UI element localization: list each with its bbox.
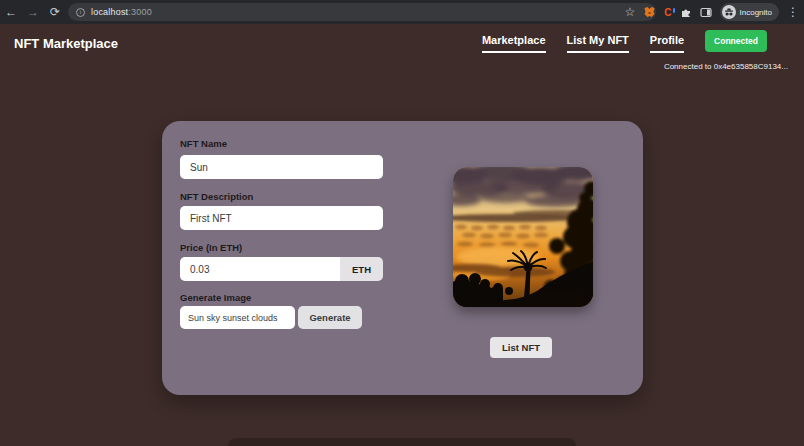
nav-marketplace[interactable]: Marketplace — [482, 34, 546, 53]
forward-icon[interactable]: → — [22, 5, 44, 19]
generate-image-label: Generate Image — [180, 292, 251, 303]
nft-marketplace-page: NFT Marketplace Marketplace List My NFT … — [0, 24, 804, 446]
list-nft-card: NFT Name NFT Description Price (In ETH) … — [162, 121, 643, 395]
list-nft-button[interactable]: List NFT — [490, 337, 552, 358]
browser-toolbar: ← → ⟳ i localhost:3000 ☆ C — [0, 0, 804, 24]
nav-list-my-nft[interactable]: List My NFT — [567, 34, 629, 53]
back-icon[interactable]: ← — [0, 5, 22, 19]
browser-menu-icon[interactable]: ⋮ — [787, 5, 799, 19]
url-port: :3000 — [128, 7, 152, 17]
page-title: NFT Marketplace — [14, 36, 118, 51]
generate-button[interactable]: Generate — [298, 306, 362, 329]
nft-description-input[interactable] — [180, 206, 383, 230]
metamask-fox-icon[interactable] — [643, 6, 656, 18]
generate-prompt-input[interactable] — [180, 306, 295, 329]
nav-profile[interactable]: Profile — [650, 34, 684, 53]
toolbar-right-icons: ☆ C — [625, 0, 799, 24]
price-label: Price (In ETH) — [180, 242, 242, 253]
top-nav: Marketplace List My NFT Profile Connecte… — [482, 30, 767, 53]
side-panel-icon[interactable] — [700, 7, 712, 18]
nft-name-label: NFT Name — [180, 138, 227, 149]
connected-button[interactable]: Connected — [705, 30, 767, 52]
incognito-label: Incognito — [740, 8, 772, 17]
address-bar[interactable]: i localhost:3000 — [68, 3, 656, 21]
price-input-group: ETH — [180, 257, 383, 281]
bookmark-star-icon[interactable]: ☆ — [625, 5, 636, 19]
site-info-icon[interactable]: i — [76, 8, 85, 17]
reload-icon[interactable]: ⟳ — [44, 5, 66, 19]
url-host: localhost — [91, 7, 128, 17]
crypto-extension-icon[interactable]: C — [664, 7, 671, 18]
price-input[interactable] — [180, 257, 340, 281]
wallet-address-status: Connected to 0x4e635858C9134... — [664, 62, 788, 71]
nft-name-input[interactable] — [180, 155, 383, 179]
incognito-icon — [722, 5, 736, 19]
nft-preview-image — [453, 167, 593, 307]
eth-addon: ETH — [340, 257, 383, 281]
url-text: localhost:3000 — [91, 7, 152, 17]
incognito-badge[interactable]: Incognito — [720, 3, 779, 21]
next-section-edge — [228, 438, 576, 446]
extensions-puzzle-icon[interactable] — [680, 6, 692, 18]
browser-window: ← → ⟳ i localhost:3000 ☆ C — [0, 0, 804, 446]
nft-description-label: NFT Description — [180, 191, 253, 202]
extension-letter: C — [664, 7, 671, 18]
